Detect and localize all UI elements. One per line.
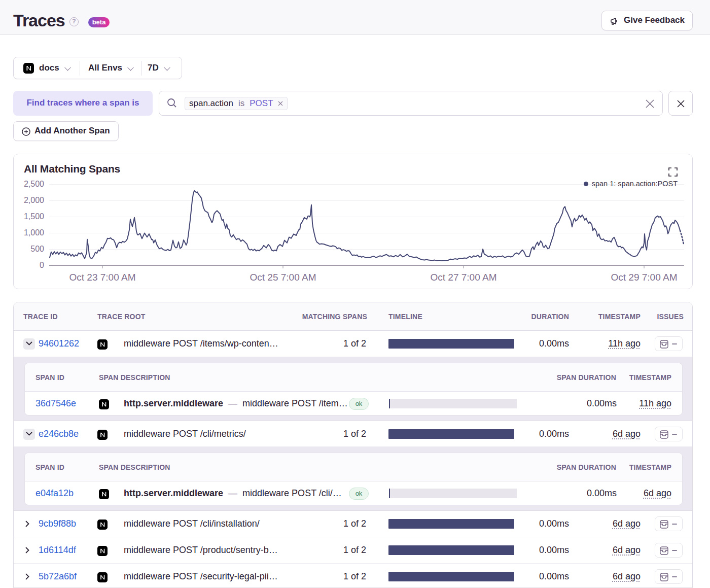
- svg-text:2,500: 2,500: [24, 180, 44, 188]
- svg-text:Oct 27 7:00 AM: Oct 27 7:00 AM: [431, 272, 497, 283]
- svg-text:1,500: 1,500: [24, 212, 44, 221]
- svg-text:Oct 23 7:00 AM: Oct 23 7:00 AM: [69, 272, 136, 283]
- svg-text:500: 500: [30, 245, 44, 253]
- svg-text:2,000: 2,000: [24, 196, 44, 204]
- svg-text:Oct 29 7:00 AM: Oct 29 7:00 AM: [611, 272, 678, 283]
- svg-text:Oct 25 7:00 AM: Oct 25 7:00 AM: [250, 272, 316, 283]
- svg-text:0: 0: [40, 261, 44, 269]
- svg-text:1,000: 1,000: [24, 228, 44, 237]
